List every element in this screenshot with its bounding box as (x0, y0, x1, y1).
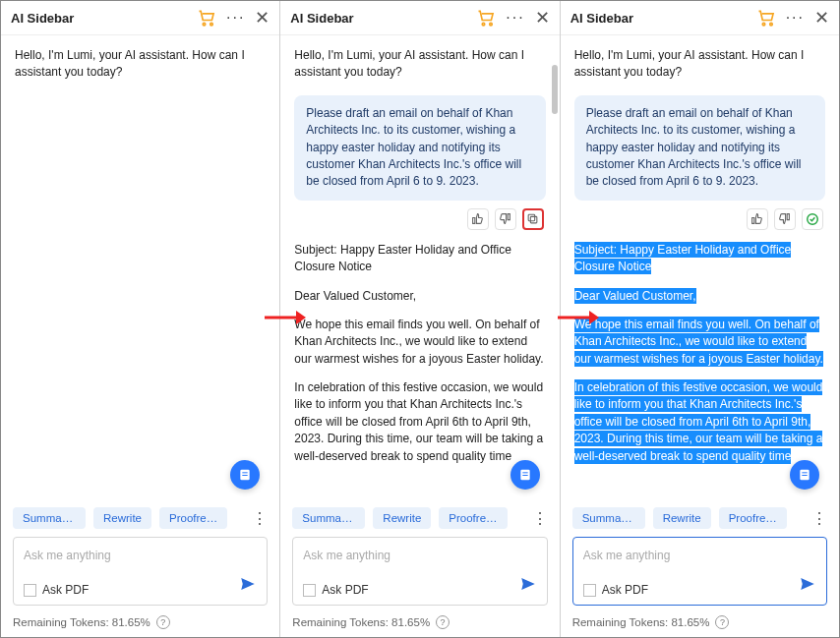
actions-more-icon[interactable]: ⋮ (811, 509, 827, 528)
cart-icon[interactable] (756, 8, 776, 28)
response-subject: Subject: Happy Easter Holiday and Office… (294, 242, 545, 276)
fab-button[interactable] (790, 460, 819, 490)
ask-pdf-label: Ask PDF (602, 583, 648, 597)
ask-pdf-toggle[interactable]: Ask PDF (24, 583, 89, 597)
ask-pdf-label: Ask PDF (42, 583, 89, 597)
svg-rect-17 (802, 475, 807, 476)
quick-actions: Summar… Rewrite Proofre… ⋮ (280, 499, 559, 537)
copy-success-icon[interactable] (802, 208, 823, 230)
title-bar: AI Sidebar ··· ✕ (280, 1, 559, 35)
guide-arrow-icon (556, 308, 595, 327)
response-paragraph-2: In celebration of this festive occasion,… (294, 379, 545, 465)
svg-marker-19 (296, 311, 306, 324)
prompt-input[interactable]: Ask me anything Ask PDF (292, 537, 547, 606)
token-status: Remaining Tokens: 81.65% ? (561, 611, 839, 637)
ai-sidebar-panel-2: AI Sidebar ··· ✕ Hello, I'm Lumi, your A… (280, 1, 560, 637)
svg-point-13 (769, 23, 772, 25)
svg-rect-8 (528, 214, 535, 221)
title-bar: AI Sidebar ··· ✕ (1, 1, 279, 35)
response-paragraph-2: In celebration of this festive occasion,… (574, 379, 825, 465)
prompt-input[interactable]: Ask me anything Ask PDF (572, 537, 827, 606)
fab-button[interactable] (510, 460, 540, 490)
close-icon[interactable]: ✕ (814, 7, 829, 29)
proofread-action[interactable]: Proofre… (719, 507, 787, 529)
svg-point-5 (483, 23, 486, 25)
token-status: Remaining Tokens: 81.65% ? (1, 611, 279, 637)
summarize-action[interactable]: Summar… (572, 507, 645, 529)
response-salutation: Dear Valued Customer, (574, 288, 825, 305)
prompt-input[interactable]: Ask me anything Ask PDF (13, 537, 268, 606)
ask-pdf-toggle[interactable]: Ask PDF (583, 583, 648, 597)
input-placeholder: Ask me anything (24, 549, 111, 562)
token-status: Remaining Tokens: 81.65% ? (280, 611, 559, 637)
quick-actions: Summar… Rewrite Proofre… ⋮ (561, 499, 839, 537)
more-menu-icon[interactable]: ··· (786, 9, 805, 27)
assistant-response-selected: Subject: Happy Easter Holiday and Office… (574, 242, 825, 465)
response-paragraph-1: We hope this email finds you well. On be… (574, 317, 825, 368)
user-prompt-bubble: Please draft an email on behalf of Khan … (294, 95, 545, 201)
ask-pdf-checkbox[interactable] (583, 584, 596, 597)
guide-arrow-icon (263, 308, 302, 327)
svg-rect-11 (522, 475, 527, 476)
assistant-greeting: Hello, I'm Lumi, your AI assistant. How … (15, 47, 266, 82)
thumbs-down-icon[interactable] (774, 208, 796, 230)
chat-area: Hello, I'm Lumi, your AI assistant. How … (280, 35, 559, 499)
tokens-label: Remaining Tokens: 81.65% (13, 616, 150, 628)
send-icon[interactable] (519, 575, 537, 597)
tokens-label: Remaining Tokens: 81.65% (572, 616, 710, 628)
thumbs-up-icon[interactable] (467, 208, 489, 230)
assistant-greeting: Hello, I'm Lumi, your AI assistant. How … (574, 47, 825, 82)
cart-icon[interactable] (197, 8, 216, 28)
assistant-greeting: Hello, I'm Lumi, your AI assistant. How … (294, 47, 545, 82)
svg-rect-16 (802, 472, 807, 473)
cart-icon[interactable] (476, 8, 496, 28)
ask-pdf-label: Ask PDF (322, 583, 368, 597)
user-prompt-bubble: Please draft an email on behalf of Khan … (574, 95, 825, 201)
ai-sidebar-panel-3: AI Sidebar ··· ✕ Hello, I'm Lumi, your A… (561, 1, 839, 637)
response-subject: Subject: Happy Easter Holiday and Office… (574, 242, 825, 276)
ask-pdf-checkbox[interactable] (24, 584, 36, 597)
feedback-row (294, 204, 545, 234)
copy-icon[interactable] (522, 208, 544, 230)
panel-title: AI Sidebar (570, 11, 756, 26)
response-salutation: Dear Valued Customer, (294, 288, 545, 305)
send-icon[interactable] (799, 575, 816, 597)
close-icon[interactable]: ✕ (535, 7, 550, 29)
help-icon[interactable]: ? (715, 615, 729, 629)
rewrite-action[interactable]: Rewrite (653, 507, 711, 529)
close-icon[interactable]: ✕ (255, 7, 270, 29)
actions-more-icon[interactable]: ⋮ (252, 509, 268, 528)
response-paragraph-1: We hope this email finds you well. On be… (294, 317, 545, 368)
svg-rect-10 (522, 472, 527, 473)
svg-point-0 (203, 23, 206, 25)
more-menu-icon[interactable]: ··· (506, 9, 524, 27)
svg-rect-3 (243, 472, 248, 473)
input-placeholder: Ask me anything (583, 549, 671, 562)
feedback-row (574, 204, 825, 234)
rewrite-action[interactable]: Rewrite (373, 507, 431, 529)
title-bar: AI Sidebar ··· ✕ (561, 1, 839, 35)
quick-actions: Summar… Rewrite Proofre… ⋮ (1, 499, 279, 537)
send-icon[interactable] (239, 575, 257, 597)
help-icon[interactable]: ? (156, 615, 170, 629)
summarize-action[interactable]: Summar… (292, 507, 365, 529)
help-icon[interactable]: ? (436, 615, 450, 629)
ask-pdf-toggle[interactable]: Ask PDF (303, 583, 368, 597)
assistant-response: Subject: Happy Easter Holiday and Office… (294, 242, 545, 465)
svg-point-6 (490, 23, 493, 25)
more-menu-icon[interactable]: ··· (226, 9, 245, 27)
thumbs-down-icon[interactable] (495, 208, 516, 230)
ai-sidebar-panel-1: AI Sidebar ··· ✕ Hello, I'm Lumi, your A… (1, 1, 280, 637)
svg-rect-4 (243, 475, 248, 476)
panel-title: AI Sidebar (11, 11, 197, 26)
summarize-action[interactable]: Summar… (13, 507, 86, 529)
rewrite-action[interactable]: Rewrite (93, 507, 151, 529)
proofread-action[interactable]: Proofre… (439, 507, 507, 529)
panel-title: AI Sidebar (290, 11, 476, 26)
actions-more-icon[interactable]: ⋮ (532, 509, 548, 528)
scrollbar-thumb[interactable] (552, 65, 558, 114)
proofread-action[interactable]: Proofre… (159, 507, 227, 529)
chat-area: Hello, I'm Lumi, your AI assistant. How … (1, 35, 279, 499)
ask-pdf-checkbox[interactable] (303, 584, 316, 597)
thumbs-up-icon[interactable] (747, 208, 768, 230)
